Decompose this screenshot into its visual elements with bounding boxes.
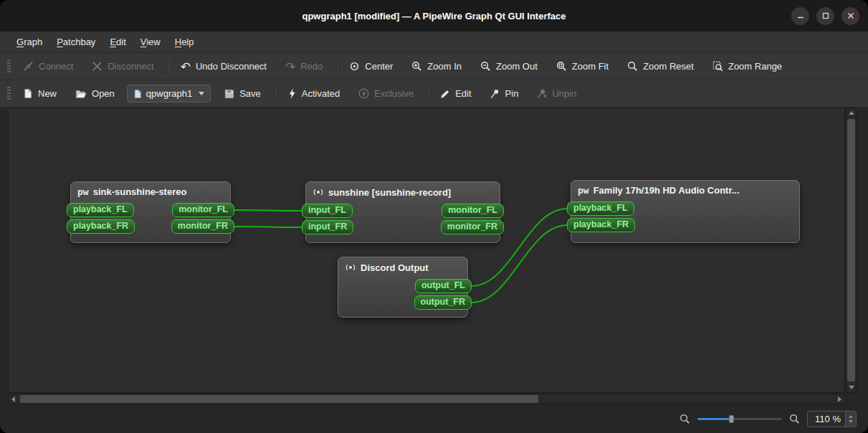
node-title: Family 17h/19h HD Audio Contr... [593,185,740,196]
zoom-in-icon [411,61,422,72]
close-button[interactable] [841,7,859,25]
node-title: Discord Output [361,262,429,273]
menu-bar: Graph Patchbay Edit View Help [0,32,868,53]
new-button[interactable]: New [16,85,63,103]
minimize-icon [797,12,804,19]
open-folder-icon [75,89,87,99]
zoom-out-button[interactable]: Zoom Out [474,57,544,75]
port-output-fr[interactable]: output_FR [414,295,472,310]
scroll-left-button[interactable] [9,394,18,404]
zoom-slider-fill [697,418,731,420]
minimize-button[interactable] [791,7,809,25]
node-family-hd-audio[interactable]: pw Family 17h/19h HD Audio Contr... play… [571,180,800,243]
undo-icon: ↶ [181,62,191,72]
zoom-percent-value: 110 % [808,411,845,427]
zoom-reset-icon [627,61,638,72]
undo-disconnect-button[interactable]: ↶ Undo Disconnect [174,57,273,75]
status-bar: 110 % [0,407,868,433]
pin-icon [490,88,500,99]
port-playback-fr[interactable]: playback_FR [67,219,135,234]
scroll-up-button[interactable] [846,108,856,118]
menu-help[interactable]: Help [168,34,201,50]
toolbar-separator [336,59,337,75]
port-monitor-fl[interactable]: monitor_FL [442,204,504,218]
zoom-range-button[interactable]: Zoom Range [706,57,788,75]
zoom-percent-spinbox[interactable]: 110 % [807,411,857,427]
unpin-icon [537,88,547,99]
scroll-right-button[interactable] [835,394,844,404]
unpin-button[interactable]: Unpin [530,85,583,103]
redo-icon: ↷ [285,62,295,72]
scrollbar-corner [846,394,857,404]
menu-edit[interactable]: Edit [103,34,132,50]
open-button[interactable]: Open [69,85,121,103]
chevron-down-icon [199,92,204,95]
zoom-fit-icon [556,61,567,72]
port-input-fr[interactable]: input_FR [302,220,353,234]
horizontal-scrollbar-thumb[interactable] [20,395,538,403]
zoom-slider[interactable] [697,414,782,424]
zoom-in-button[interactable]: Zoom In [405,57,468,75]
zoom-spin-arrows[interactable] [845,411,856,427]
toolbar-drag-handle[interactable] [7,87,11,101]
port-monitor-fr[interactable]: monitor_FR [171,219,234,234]
center-icon [349,61,360,72]
main-area: pw sink-sunshine-stereo playback_FL moni… [0,108,868,407]
window-title: qpwgraph1 [modified] — A PipeWire Graph … [302,11,566,22]
connect-button[interactable]: Connect [16,57,80,75]
save-button[interactable]: Save [218,85,267,103]
graph-canvas[interactable]: pw sink-sunshine-stereo playback_FL moni… [8,108,845,393]
window-controls [791,0,859,32]
pipewire-icon: pw [77,186,89,197]
port-input-fl[interactable]: input_FL [302,204,353,218]
node-discord-output[interactable]: Discord Output output_FL output_FR [338,257,468,318]
pencil-icon [440,89,450,99]
spin-down-icon[interactable] [849,420,853,423]
zoom-slider-handle[interactable] [729,415,734,423]
horizontal-scrollbar[interactable] [8,394,845,404]
magnifier-icon [789,414,800,424]
save-icon [224,89,234,99]
edit-button[interactable]: Edit [434,85,477,103]
port-playback-fl[interactable]: playback_FL [67,203,134,217]
menu-patchbay[interactable]: Patchbay [50,34,102,50]
center-button[interactable]: Center [343,57,399,75]
zoom-out-icon [480,61,491,72]
activated-button[interactable]: Activated [281,85,346,103]
pin-button[interactable]: Pin [484,85,525,103]
port-monitor-fr[interactable]: monitor_FR [441,220,504,234]
zoom-reset-button[interactable]: Zoom Reset [621,57,700,75]
connections-layer [9,108,844,392]
port-output-fl[interactable]: output_FL [415,279,472,293]
vertical-scrollbar[interactable] [846,108,857,393]
new-document-icon [23,88,33,99]
scroll-down-button[interactable] [846,383,856,392]
port-playback-fl[interactable]: playback_FL [567,201,634,216]
title-bar: qpwgraph1 [modified] — A PipeWire Graph … [0,0,868,32]
graph-toolbar: Connect Disconnect ↶ Undo Disconnect ↷ R… [0,53,868,80]
spin-up-icon[interactable] [849,415,853,418]
node-sink-sunshine-stereo[interactable]: pw sink-sunshine-stereo playback_FL moni… [70,181,231,243]
port-playback-fr[interactable]: playback_FR [567,218,635,232]
maximize-icon [822,12,829,19]
zoom-status-button[interactable] [789,414,800,424]
lightning-icon [287,88,297,99]
speaker-icon [345,262,356,273]
node-title: sink-sunshine-stereo [93,186,187,197]
node-sunshine[interactable]: sunshine [sunshine-record] input_FL moni… [305,181,500,243]
zoom-fit-button[interactable]: Zoom Fit [550,57,615,75]
file-icon [133,89,142,99]
exclusive-button[interactable]: Exclusive [352,85,420,103]
maximize-button[interactable] [816,7,834,25]
menu-graph[interactable]: Graph [10,34,49,50]
zoom-range-icon [712,61,723,72]
zoom-fit-status-button[interactable] [679,414,690,424]
redo-button[interactable]: ↷ Redo [279,57,329,75]
disconnect-button[interactable]: Disconnect [85,57,160,75]
toolbar-drag-handle[interactable] [7,60,11,74]
disconnect-icon [92,61,102,72]
menu-view[interactable]: View [134,34,167,50]
patchbay-profile-combo[interactable]: qpwgraph1 [127,85,211,103]
vertical-scrollbar-thumb[interactable] [847,119,855,381]
port-monitor-fl[interactable]: monitor_FL [172,203,234,217]
